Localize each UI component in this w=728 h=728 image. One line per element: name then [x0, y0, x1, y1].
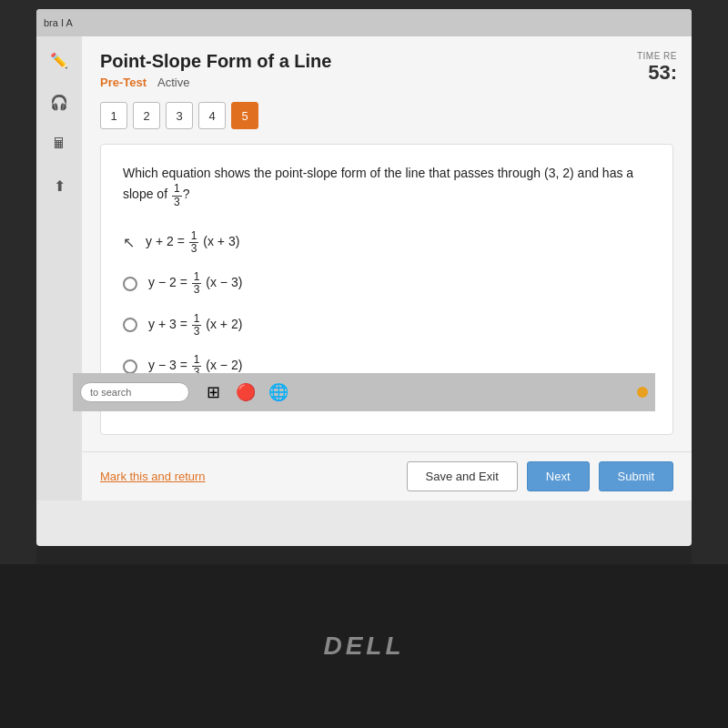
option-a-text: y + 2 = 1 3 (x + 3) [146, 230, 239, 255]
mark-return-link[interactable]: Mark this and return [100, 470, 206, 483]
app-prefix: bra I A [44, 17, 73, 28]
subtitle-row: Pre-Test Active [100, 76, 673, 89]
question-num-1[interactable]: 1 [100, 102, 127, 129]
laptop-bottom: DELL [0, 564, 728, 728]
taskbar: to search ⊞ 🔴 🌐 [73, 373, 655, 411]
timer-area: TIME RE 53: [637, 51, 677, 85]
left-sidebar: ✏️ 🎧 🖩 ⬆ [36, 36, 82, 500]
slope-fraction: 1 3 [172, 183, 182, 207]
save-exit-button[interactable]: Save and Exit [407, 461, 518, 491]
fraction-c: 1 3 [192, 313, 202, 338]
radio-b[interactable] [123, 277, 137, 291]
answer-option-c[interactable]: y + 3 = 1 3 (x + 2) [123, 313, 651, 338]
search-box[interactable]: to search [80, 382, 189, 402]
cursor-icon-a: ↖ [123, 234, 135, 251]
answer-option-a[interactable]: ↖ y + 2 = 1 3 (x + 3) [123, 230, 651, 255]
main-panel: TIME RE 53: Point-Slope Form of a Line P… [82, 36, 692, 500]
next-button[interactable]: Next [527, 461, 590, 491]
question-text: Which equation shows the point-slope for… [123, 163, 651, 208]
taskbar-icon-edge[interactable]: 🌐 [266, 379, 291, 405]
headphone-icon[interactable]: 🎧 [46, 89, 72, 115]
calculator-icon[interactable]: 🖩 [46, 131, 72, 157]
submit-button[interactable]: Submit [599, 461, 673, 491]
option-c-text: y + 3 = 1 3 (x + 2) [148, 313, 242, 338]
action-buttons: Save and Exit Next Submit [407, 461, 673, 491]
question-num-5[interactable]: 5 [231, 102, 258, 129]
question-number-row: 1 2 3 4 5 [100, 102, 673, 129]
fraction-b: 1 3 [192, 271, 202, 296]
question-num-2[interactable]: 2 [133, 102, 160, 129]
taskbar-icon-red[interactable]: 🔴 [233, 379, 258, 405]
pencil-icon[interactable]: ✏️ [46, 47, 72, 73]
active-label: Active [157, 76, 189, 89]
question-num-3[interactable]: 3 [166, 102, 193, 129]
dell-logo: DELL [323, 632, 404, 661]
taskbar-indicator [637, 387, 648, 398]
pretest-label: Pre-Test [100, 76, 147, 89]
action-bar: Mark this and return Save and Exit Next … [82, 451, 692, 500]
answer-option-b[interactable]: y − 2 = 1 3 (x − 3) [123, 271, 651, 296]
taskbar-icons: ⊞ 🔴 🌐 [200, 379, 291, 405]
radio-c[interactable] [123, 318, 137, 332]
upload-icon[interactable]: ⬆ [46, 173, 72, 198]
radio-d[interactable] [123, 359, 137, 374]
question-num-4[interactable]: 4 [198, 102, 226, 129]
option-b-text: y − 2 = 1 3 (x − 3) [148, 271, 242, 296]
timer-value: 53: [637, 61, 677, 85]
fraction-a: 1 3 [189, 230, 199, 255]
page-title: Point-Slope Form of a Line [100, 51, 673, 72]
taskbar-icon-grid[interactable]: ⊞ [200, 379, 226, 405]
timer-label: TIME RE [637, 51, 677, 61]
